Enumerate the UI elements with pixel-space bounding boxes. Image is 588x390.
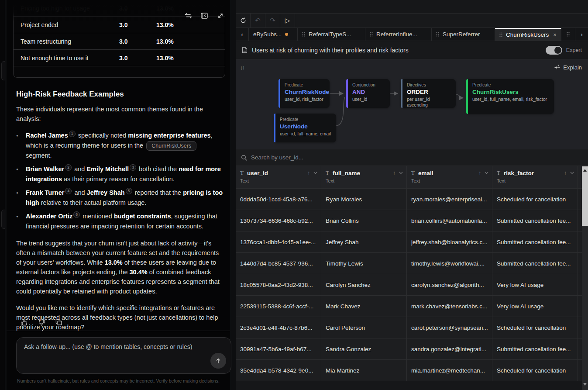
column-header-email[interactable]: Temail↑Text: [407, 166, 492, 188]
tab-ebysubs[interactable]: eBySubs...: [249, 28, 298, 41]
node-columns: user_id, risk_factor: [285, 97, 325, 102]
table-row[interactable]: 30991a47-5b6a-49af-b67...Sandra Gonzalez…: [236, 338, 588, 360]
column-header-full_name[interactable]: Tfull_name↑Text: [321, 166, 407, 188]
chevron-down-icon[interactable]: [399, 172, 403, 174]
table-cell: 18c05578-0aa2-43d2-938...: [236, 274, 321, 295]
table-row[interactable]: 1376cca1-dbbf-4c45-a1ee-...Jeffrey Shahj…: [236, 231, 588, 253]
citation-badge[interactable]: 1: [69, 131, 76, 137]
node-title: ChurnRiskUsers: [472, 89, 550, 95]
chevron-down-icon[interactable]: [485, 172, 488, 174]
citation-badge[interactable]: 4: [65, 188, 72, 194]
table-row[interactable]: 0ddda50d-1ccd-45a8-a76...Ryan Moralesrya…: [236, 189, 588, 210]
tab-referraltypes[interactable]: ReferralTypeS...: [298, 28, 365, 41]
citation-badge[interactable]: 6: [73, 211, 80, 218]
chevron-down-icon[interactable]: [313, 172, 317, 174]
tab-partial[interactable]: [561, 28, 575, 41]
table-row[interactable]: 13073734-6636-468c-b92...Brian Collinsbr…: [236, 210, 588, 231]
citation-badge[interactable]: 3: [130, 164, 136, 171]
tab-label: ReferralTypeS...: [309, 31, 351, 38]
node-title: ORDER: [407, 89, 451, 95]
run-icon[interactable]: ▷: [280, 14, 295, 28]
vertical-scrollbar[interactable]: [582, 166, 588, 390]
expand-icon[interactable]: [216, 11, 225, 20]
toggle-knob: [554, 47, 561, 54]
text-segment: reported that the: [133, 189, 183, 196]
emphasis-text: 30.4%: [130, 269, 148, 276]
scrollbar-thumb[interactable]: [582, 174, 588, 226]
copy-icon[interactable]: [55, 318, 63, 327]
tabs-scroll-left-icon[interactable]: ‹: [236, 28, 249, 41]
table-cell: 0ddda50d-1ccd-45a8-a76...: [236, 189, 321, 210]
table-reference-chip[interactable]: ChurnRiskUsers: [146, 141, 196, 151]
query-diagram-canvas[interactable]: ↓↑ Explain Predi: [236, 59, 588, 149]
text-segment: as their primary reason for cancellation…: [62, 176, 175, 183]
table-cell: Submitted cancellation fee...: [492, 338, 578, 359]
citation-badge[interactable]: 5: [126, 188, 132, 194]
swap-columns-icon[interactable]: [184, 11, 193, 20]
scroll-up-icon[interactable]: [582, 166, 588, 174]
tab-referrerinflue[interactable]: ReferrerInflue...: [365, 28, 432, 41]
sort-ascending-icon[interactable]: ↑: [393, 170, 395, 176]
thumbs-down-icon[interactable]: [37, 318, 46, 327]
feedback-count: 3.0: [119, 38, 156, 45]
undo-icon[interactable]: ↶: [251, 14, 265, 28]
sort-ascending-icon[interactable]: ↑: [307, 170, 310, 176]
scroll-down-icon[interactable]: [582, 381, 588, 387]
grip-icon[interactable]: [370, 32, 373, 37]
disclaimer-text: Numbers can't hallucinate, but rules and…: [7, 378, 230, 383]
thumbs-up-icon[interactable]: [20, 318, 28, 327]
tabs-scroll-right-icon[interactable]: ›: [575, 28, 588, 41]
close-tab-icon[interactable]: ×: [553, 31, 557, 38]
table-header-row: Tuser_id↑TextTfull_name↑TextTemail↑TextT…: [236, 166, 588, 189]
table-cell: 2c3e4d01-e4ff-4b7c-87b6...: [236, 317, 321, 338]
follow-up-input[interactable]: [17, 338, 231, 373]
rail-handle[interactable]: [1, 61, 5, 80]
card-actions-toolbar: [184, 11, 225, 20]
table-cell: Submitted cancellation fee...: [492, 231, 578, 252]
column-header-risk_factor[interactable]: Trisk_factor↑Text: [492, 166, 578, 188]
citation-badge[interactable]: 2: [65, 164, 72, 171]
assistant-message: High-Risk Feedback Examples These indivi…: [16, 90, 225, 339]
table-row[interactable]: 1440d7d4-bc85-4537-936...Timothy Lewisti…: [236, 253, 588, 274]
node-kind: Predicate: [280, 117, 332, 122]
tab-churnriskusers[interactable]: ChurnRiskUsers×: [495, 28, 561, 41]
emphasis-text: Brian Walker: [26, 166, 64, 173]
refresh-icon[interactable]: [236, 14, 251, 28]
tab-label: ChurnRiskUsers: [506, 31, 549, 38]
table-row[interactable]: 22539115-5388-4c6f-accf-...Mark Chavezma…: [236, 296, 588, 317]
table-cell: Brian Collins: [321, 210, 407, 231]
text-segment: and: [72, 166, 86, 173]
app-window: Pricing too high for usage3.013.0%Projec…: [0, 0, 588, 390]
table-cell: 35e4dda4-b578-4342-9e0...: [236, 360, 321, 381]
chevron-down-icon[interactable]: [570, 172, 574, 174]
redo-icon[interactable]: ↷: [265, 14, 280, 28]
emphasis-text: Jeffrey Shah: [87, 189, 125, 196]
table-row[interactable]: 2c3e4d01-e4ff-4b7c-87b6...Carol Peterson…: [236, 317, 588, 338]
node-and[interactable]: ConjunctionANDuser_id: [346, 79, 390, 108]
bullet-marker-icon: ●: [16, 131, 26, 161]
table-cell: Very low AI usage: [492, 274, 578, 295]
divider: [7, 331, 230, 331]
column-header-user_id[interactable]: Tuser_id↑Text: [236, 166, 321, 188]
node-churnrisknode[interactable]: PredicateChurnRiskNodeuser_id, risk_fact…: [279, 79, 330, 108]
emphasis-text: missing enterprise features: [128, 132, 210, 139]
collapse-panel-icon[interactable]: [200, 11, 209, 20]
node-usernode[interactable]: PredicateUserNodeuser_id, full_name, ema…: [274, 114, 336, 142]
sort-ascending-icon[interactable]: ↑: [564, 170, 567, 176]
node-order[interactable]: DirectivesORDERper user_id ascending: [401, 79, 456, 108]
node-churnriskusers[interactable]: PredicateChurnRiskUsersuser_id, full_nam…: [466, 79, 554, 114]
emphasis-text: budget constraints: [114, 213, 171, 220]
grip-icon[interactable]: [499, 32, 502, 37]
grip-icon[interactable]: [302, 32, 305, 37]
bullet-text: Frank Turner4 and Jeffrey Shah5 reported…: [26, 188, 225, 208]
table-row[interactable]: 18c05578-0aa2-43d2-938...Carolyn Sanchez…: [236, 274, 588, 296]
search-input[interactable]: [251, 154, 583, 161]
rail-handle[interactable]: [1, 210, 5, 229]
grip-icon[interactable]: [436, 32, 439, 37]
table-row[interactable]: 35e4dda4-b578-4342-9e0...Mia Martinezmia…: [236, 360, 588, 381]
sort-ascending-icon[interactable]: ↑: [478, 170, 481, 176]
message-actions: [20, 318, 63, 327]
tab-superreferrer[interactable]: SuperReferrer: [432, 28, 495, 41]
send-button[interactable]: [210, 353, 226, 369]
expert-toggle[interactable]: [546, 46, 562, 55]
